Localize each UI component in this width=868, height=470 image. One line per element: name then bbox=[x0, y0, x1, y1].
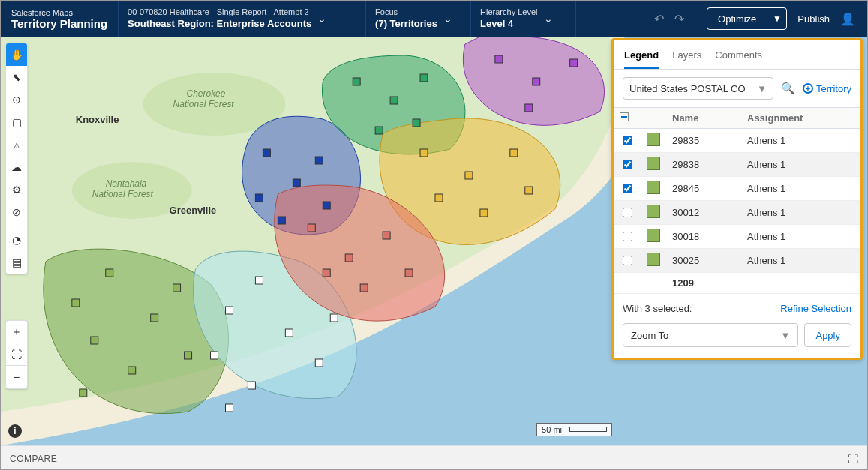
row-name: 29835 bbox=[666, 129, 741, 153]
focus-value: (7) Territories bbox=[375, 18, 437, 30]
clear-tool[interactable]: ⊘ bbox=[6, 201, 27, 223]
hierarchy-picker[interactable]: Hierarchy Level Level 4 ⌄ bbox=[471, 1, 576, 37]
focus-picker[interactable]: Focus (7) Territories ⌄ bbox=[366, 1, 471, 37]
row-checkbox[interactable] bbox=[623, 232, 632, 241]
svg-rect-12 bbox=[255, 277, 263, 284]
fit-button[interactable]: ⛶ bbox=[6, 343, 27, 366]
color-swatch bbox=[647, 181, 660, 194]
row-checkbox[interactable] bbox=[623, 160, 632, 169]
row-checkbox[interactable] bbox=[623, 256, 632, 265]
svg-rect-19 bbox=[263, 149, 270, 157]
svg-rect-40 bbox=[308, 224, 315, 232]
redo-icon[interactable]: ↷ bbox=[674, 12, 684, 26]
add-territory-label: Territory bbox=[816, 83, 851, 94]
tab-layers[interactable]: Layers bbox=[672, 46, 701, 69]
user-icon[interactable]: 👤 bbox=[840, 12, 855, 26]
table-row[interactable]: 30018Athens 1 bbox=[614, 225, 860, 249]
optimize-button[interactable]: Optimize ▼ bbox=[707, 7, 787, 30]
row-assignment: Athens 1 bbox=[741, 249, 860, 273]
row-name: 30025 bbox=[666, 249, 741, 273]
brand-app: Territory Planning bbox=[11, 17, 107, 30]
hierarchy-label: Hierarchy Level bbox=[480, 7, 537, 18]
undo-icon[interactable]: ↶ bbox=[654, 12, 664, 26]
scale-label: 50 mi bbox=[542, 425, 562, 434]
measure-tool[interactable]: ▤ bbox=[6, 251, 27, 274]
svg-rect-31 bbox=[533, 78, 540, 85]
unit-set-select[interactable]: United States POSTAL CO ▼ bbox=[623, 77, 773, 100]
chevron-down-icon: ⌄ bbox=[443, 13, 452, 25]
table-row[interactable]: 29845Athens 1 bbox=[614, 177, 860, 201]
tab-legend[interactable]: Legend bbox=[624, 46, 659, 69]
svg-rect-20 bbox=[293, 179, 300, 187]
lasso-tool[interactable]: ☁ bbox=[6, 156, 27, 178]
select-all-checkbox[interactable] bbox=[620, 112, 629, 121]
row-checkbox[interactable] bbox=[623, 136, 632, 145]
row-checkbox[interactable] bbox=[623, 208, 632, 217]
svg-rect-44 bbox=[405, 269, 413, 277]
point-tool[interactable]: ⊙ bbox=[6, 88, 27, 111]
color-swatch bbox=[647, 253, 660, 266]
map-workspace: Cherokee National Forest Nantahala Natio… bbox=[1, 37, 867, 445]
unit-table: Name Assignment 29835Athens 129838Athens… bbox=[614, 107, 860, 294]
row-checkbox[interactable] bbox=[623, 184, 632, 193]
chevron-down-icon: ▼ bbox=[757, 83, 767, 94]
col-assignment[interactable]: Assignment bbox=[741, 108, 860, 129]
svg-rect-36 bbox=[510, 149, 518, 157]
unit-set-value: United States POSTAL CO bbox=[629, 83, 746, 94]
svg-rect-9 bbox=[185, 352, 192, 359]
table-row[interactable]: 29838Athens 1 bbox=[614, 153, 860, 177]
svg-rect-16 bbox=[211, 352, 218, 359]
expand-icon[interactable]: ⛶ bbox=[848, 453, 859, 465]
row-name: 29845 bbox=[666, 177, 741, 201]
table-row[interactable]: 29835Athens 1 bbox=[614, 129, 860, 153]
svg-rect-4 bbox=[106, 269, 113, 277]
eraser-tool[interactable]: ◔ bbox=[6, 229, 27, 251]
polygon-tool[interactable]: ⟑ bbox=[6, 133, 27, 156]
svg-rect-42 bbox=[383, 232, 390, 239]
settings-tool[interactable]: ⚙ bbox=[6, 178, 27, 201]
refine-selection-link[interactable]: Refine Selection bbox=[780, 303, 851, 314]
zoom-out-button[interactable]: − bbox=[6, 366, 27, 388]
fit-icon: ⛶ bbox=[11, 349, 22, 361]
info-button[interactable]: i bbox=[8, 424, 22, 438]
svg-text:Cherokee: Cherokee bbox=[187, 88, 226, 99]
square-icon: ▢ bbox=[12, 116, 22, 128]
row-assignment: Athens 1 bbox=[741, 153, 860, 177]
footer-bar: COMPARE ⛶ bbox=[1, 445, 867, 470]
svg-rect-34 bbox=[420, 149, 428, 157]
svg-rect-37 bbox=[480, 209, 488, 217]
plus-icon: ＋ bbox=[11, 325, 22, 339]
map-scale: 50 mi bbox=[536, 423, 612, 436]
zoom-in-button[interactable]: ＋ bbox=[6, 321, 27, 343]
row-name: 30012 bbox=[666, 201, 741, 225]
svg-rect-11 bbox=[225, 307, 233, 314]
alignment-picker[interactable]: 00-070820 Healthcare - Single Report - A… bbox=[119, 1, 366, 37]
compare-toggle[interactable]: COMPARE bbox=[10, 454, 57, 464]
bulk-action-select[interactable]: Zoom To ▼ bbox=[623, 323, 798, 347]
col-name[interactable]: Name bbox=[666, 108, 741, 129]
search-button[interactable]: 🔍 bbox=[781, 82, 795, 95]
publish-button[interactable]: Publish bbox=[797, 13, 830, 25]
tab-comments[interactable]: Comments bbox=[715, 46, 762, 69]
pan-tool[interactable]: ✋ bbox=[6, 43, 27, 66]
svg-rect-29 bbox=[413, 119, 420, 127]
alignment-path: 00-070820 Healthcare - Single Report - A… bbox=[128, 7, 311, 18]
optimize-label: Optimize bbox=[707, 13, 767, 25]
eraser-icon: ◔ bbox=[12, 234, 21, 246]
svg-rect-43 bbox=[360, 284, 368, 292]
svg-rect-35 bbox=[465, 172, 473, 179]
rectangle-tool[interactable]: ▢ bbox=[6, 111, 27, 133]
svg-text:National Forest: National Forest bbox=[92, 189, 154, 199]
svg-rect-23 bbox=[278, 217, 285, 224]
optimize-dropdown[interactable]: ▼ bbox=[767, 13, 786, 24]
table-row[interactable]: 30012Athens 1 bbox=[614, 201, 860, 225]
add-territory-link[interactable]: + Territory bbox=[803, 83, 851, 94]
bulk-action-value: Zoom To bbox=[631, 330, 668, 341]
svg-rect-17 bbox=[330, 314, 338, 322]
table-row[interactable]: 30025Athens 1 bbox=[614, 249, 860, 273]
select-tool[interactable]: ⬉ bbox=[6, 66, 27, 88]
svg-rect-30 bbox=[495, 55, 503, 63]
legend-tabs: Legend Layers Comments bbox=[614, 40, 860, 70]
pointer-icon: ⬉ bbox=[12, 71, 21, 83]
apply-button[interactable]: Apply bbox=[804, 323, 851, 347]
